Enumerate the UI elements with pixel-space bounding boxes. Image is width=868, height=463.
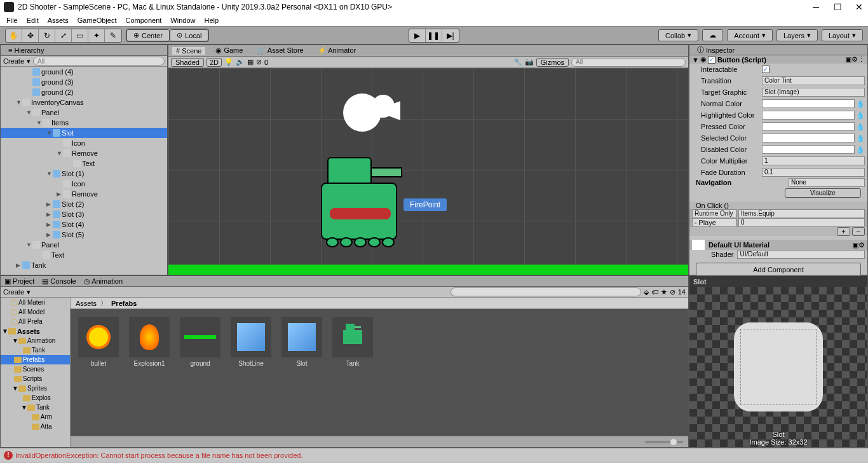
fx-icon[interactable]: ▦	[247, 58, 254, 66]
account-button[interactable]: Account ▾	[727, 29, 773, 41]
asset-bullet[interactable]: bullet	[78, 317, 119, 367]
breadcrumb-item[interactable]: Assets	[76, 300, 97, 307]
folder-tree[interactable]: All MateriAll ModelAll Prefa▼Assets▼Anim…	[1, 298, 71, 447]
target-field[interactable]: ◦ Playe	[692, 218, 736, 227]
hierarchy-item[interactable]: ▼Slot (1)	[1, 169, 167, 179]
collab-button[interactable]: Collab ▾	[658, 29, 698, 41]
asset-explosion1[interactable]: Explosion1	[129, 317, 170, 367]
rect-tool[interactable]: ▭	[72, 29, 88, 42]
favorite-icon[interactable]: ★	[661, 288, 667, 296]
colorfield-Selected Color[interactable]	[762, 134, 855, 142]
status-bar[interactable]: ! InvalidOperationException: Cannot star…	[0, 448, 868, 462]
folder-item[interactable]: Atta	[1, 422, 70, 431]
tab-console[interactable]: ▤ Console	[42, 277, 76, 286]
folder-item[interactable]: Prefabs	[1, 355, 70, 364]
transform-tool[interactable]: ✦	[88, 29, 105, 42]
tab-project[interactable]: ▣ Project	[4, 277, 34, 286]
folder-item[interactable]: Scenes	[1, 364, 70, 374]
2d-toggle[interactable]: 2D	[207, 58, 222, 67]
custom-tool[interactable]: ✎	[105, 29, 121, 42]
colorfield-Highlighted Color[interactable]	[762, 111, 855, 120]
field-Interactable[interactable]: ✓	[762, 66, 770, 73]
pause-button[interactable]: ❚❚	[426, 29, 442, 42]
camera-gizmo[interactable]	[337, 87, 407, 139]
scale-tool[interactable]: ⤢	[55, 29, 72, 42]
folder-item[interactable]: Arm	[1, 412, 70, 422]
field-Transition[interactable]: Color Tint	[762, 76, 865, 85]
scene-viewport[interactable]: FirePoint	[168, 68, 688, 275]
colorfield-Pressed Color[interactable]	[762, 122, 855, 131]
menu-window[interactable]: Window	[170, 17, 195, 24]
navigation-field[interactable]: None	[789, 178, 865, 187]
asset-shotline[interactable]: ShotLine	[231, 317, 271, 367]
hierarchy-item[interactable]: ▼Remove	[1, 148, 167, 158]
hierarchy-item[interactable]: Icon	[1, 179, 167, 189]
visualize-button[interactable]: Visualize	[785, 188, 861, 198]
runtime-dropdown[interactable]: Runtime Only	[692, 209, 736, 218]
create-button[interactable]: Create	[3, 57, 24, 65]
hierarchy-item[interactable]: ▶Slot (3)	[1, 209, 167, 219]
filter-icon[interactable]: ⬙	[644, 288, 649, 296]
asset-ground[interactable]: ground	[180, 317, 220, 367]
inspector-tab[interactable]: ⓘ Inspector	[693, 45, 738, 55]
menu-help[interactable]: Help	[204, 17, 219, 24]
remove-event-button[interactable]: −	[852, 227, 865, 236]
field-Fade Duration[interactable]: 0.1	[762, 168, 865, 177]
hierarchy-item[interactable]: ▼InventoryCanvas	[1, 97, 167, 107]
layers-button[interactable]: Layers ▾	[776, 29, 818, 41]
hierarchy-item[interactable]: Text	[1, 250, 167, 260]
hierarchy-item[interactable]: ground (4)	[1, 67, 167, 77]
help-icon[interactable]: ▣	[845, 55, 851, 64]
menu-assets[interactable]: Assets	[48, 17, 69, 24]
hierarchy-item[interactable]: ground (2)	[1, 87, 167, 97]
scene-search[interactable]	[571, 58, 686, 67]
folder-item[interactable]: ▼Animation	[1, 336, 70, 345]
hidden-count-icon[interactable]: ⊘	[670, 288, 675, 296]
favorite-item[interactable]: All Materi	[1, 298, 70, 307]
maximize-button[interactable]: ☐	[832, 2, 843, 12]
favorite-item[interactable]: All Model	[1, 307, 70, 317]
shader-dropdown[interactable]: UI/Default	[737, 250, 865, 259]
folder-item[interactable]: Explos	[1, 393, 70, 403]
material-menu-icon[interactable]: ⚙	[858, 241, 865, 249]
menu-edit[interactable]: Edit	[27, 17, 39, 24]
asset-tank[interactable]: Tank	[332, 317, 373, 367]
method-dropdown[interactable]: Items.Equip	[738, 209, 865, 218]
hierarchy-item[interactable]: ▼Slot	[1, 128, 167, 138]
eyedropper-icon[interactable]: 💧	[856, 100, 865, 108]
folder-item[interactable]: ▼Tank	[1, 403, 70, 412]
play-button[interactable]: ▶	[409, 29, 426, 42]
tab-game[interactable]: ◉ Game	[212, 46, 247, 55]
tools-icon[interactable]: 🔧	[513, 58, 522, 66]
component-foldout[interactable]: ▼	[692, 56, 699, 64]
colorfield-Normal Color[interactable]	[762, 99, 855, 108]
minimize-button[interactable]: ─	[811, 2, 821, 12]
material-help-icon[interactable]: ▣	[852, 241, 858, 249]
label-icon[interactable]: 🏷	[651, 288, 658, 296]
thumbnail-slider[interactable]	[645, 441, 683, 443]
breadcrumb-item[interactable]: Prefabs	[111, 300, 137, 307]
shading-mode[interactable]: Shaded	[171, 58, 204, 67]
eyedropper-icon[interactable]: 💧	[856, 123, 865, 131]
pivot-button[interactable]: ⊕Center	[126, 29, 170, 41]
hierarchy-item[interactable]: ▶Remove	[1, 189, 167, 199]
field-Color Multiplier[interactable]: 1	[762, 156, 865, 165]
hierarchy-item[interactable]: ▶Slot (4)	[1, 219, 167, 230]
folder-item[interactable]: ▼Sprites	[1, 384, 70, 393]
preset-icon[interactable]: ⚙	[851, 55, 858, 64]
project-create-button[interactable]: Create	[3, 288, 24, 296]
camera-icon[interactable]: 📷	[525, 58, 534, 66]
eyedropper-icon[interactable]: 💧	[856, 111, 865, 120]
hierarchy-tree[interactable]: ground (4)ground (3)ground (2)▼Inventory…	[1, 67, 167, 275]
assets-root[interactable]: ▼Assets	[1, 326, 70, 336]
component-enabled[interactable]: ✓	[708, 56, 715, 64]
hierarchy-item[interactable]: ▼Panel	[1, 240, 167, 250]
move-tool[interactable]: ✥	[22, 29, 39, 42]
arg-field[interactable]: 0	[738, 218, 865, 227]
rotate-tool[interactable]: ↻	[39, 29, 55, 42]
add-component-button[interactable]: Add Component	[696, 263, 861, 277]
gizmos-button[interactable]: Gizmos	[536, 58, 569, 67]
firepoint-label[interactable]: FirePoint	[403, 198, 447, 211]
project-search[interactable]	[451, 287, 641, 296]
folder-item[interactable]: Scripts	[1, 374, 70, 384]
